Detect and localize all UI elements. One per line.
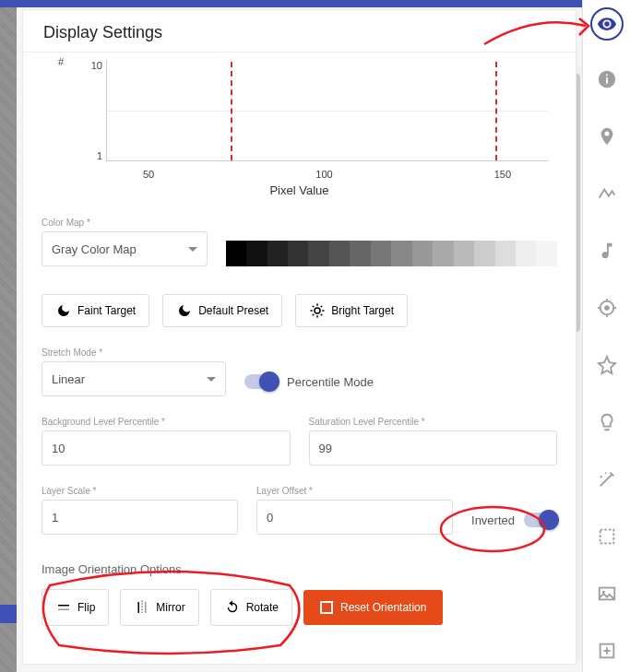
wand-icon[interactable] (588, 461, 625, 498)
inverted-toggle[interactable] (524, 513, 557, 527)
image-icon[interactable] (588, 575, 625, 612)
svg-line-20 (313, 306, 315, 308)
color-map-label: Color Map * (42, 218, 208, 228)
bright-target-button[interactable]: Bright Target (295, 294, 408, 327)
rotate-button[interactable]: Rotate (210, 589, 292, 626)
reset-orientation-button[interactable]: Reset Orientation (303, 590, 443, 625)
default-preset-button[interactable]: Default Preset (162, 294, 282, 327)
chevron-down-icon (188, 247, 197, 252)
chevron-down-icon (207, 377, 216, 382)
percentile-mode-toggle[interactable] (244, 374, 278, 389)
stretch-mode-select[interactable]: Linear (42, 361, 226, 396)
activity-icon[interactable] (588, 175, 625, 212)
square-icon (320, 601, 333, 614)
panel-title: Display Settings (43, 23, 555, 42)
moon-icon (176, 302, 193, 319)
svg-line-22 (313, 314, 315, 316)
selection-icon[interactable] (588, 518, 625, 555)
svg-point-15 (315, 308, 320, 313)
moon-icon (55, 302, 72, 319)
svg-rect-2 (606, 75, 608, 77)
layer-offset-input[interactable] (256, 500, 453, 535)
faint-target-button[interactable]: Faint Target (42, 294, 149, 327)
bulb-icon[interactable] (588, 404, 625, 441)
target-icon[interactable] (588, 289, 625, 326)
mirror-button[interactable]: Mirror (120, 589, 198, 626)
rotate-icon (224, 599, 241, 616)
pin-icon[interactable] (588, 118, 625, 155)
histogram-chart: # 10 1 50 100 150 (42, 60, 557, 180)
stretch-mode-label: Stretch Mode * (42, 348, 226, 358)
display-settings-panel: Display Settings # 10 1 50 100 150 Pixel… (22, 9, 577, 665)
svg-rect-27 (145, 602, 147, 613)
flip-icon (55, 599, 72, 616)
svg-line-23 (321, 306, 323, 308)
right-toolbar (582, 0, 630, 672)
svg-rect-1 (606, 77, 608, 83)
svg-rect-24 (58, 605, 69, 607)
mirror-icon (134, 599, 150, 616)
svg-rect-26 (138, 602, 140, 613)
svg-rect-25 (58, 609, 69, 611)
sun-icon (309, 302, 326, 319)
svg-line-21 (321, 314, 323, 316)
eye-icon[interactable] (590, 7, 624, 41)
music-note-icon[interactable] (588, 232, 625, 269)
svg-rect-9 (600, 530, 613, 544)
flip-button[interactable]: Flip (42, 589, 109, 626)
add-icon[interactable] (588, 632, 625, 669)
chart-xlabel: Pixel Value (42, 183, 557, 197)
svg-point-4 (604, 305, 610, 311)
orientation-section-title: Image Orientation Options (42, 562, 557, 576)
background-percentile-input[interactable] (42, 430, 291, 466)
star-icon[interactable] (588, 347, 625, 383)
info-icon[interactable] (588, 61, 625, 98)
color-gradient (226, 241, 557, 266)
color-map-select[interactable]: Gray Color Map (42, 231, 208, 266)
saturation-percentile-input[interactable] (309, 430, 558, 466)
layer-scale-input[interactable] (42, 500, 238, 535)
